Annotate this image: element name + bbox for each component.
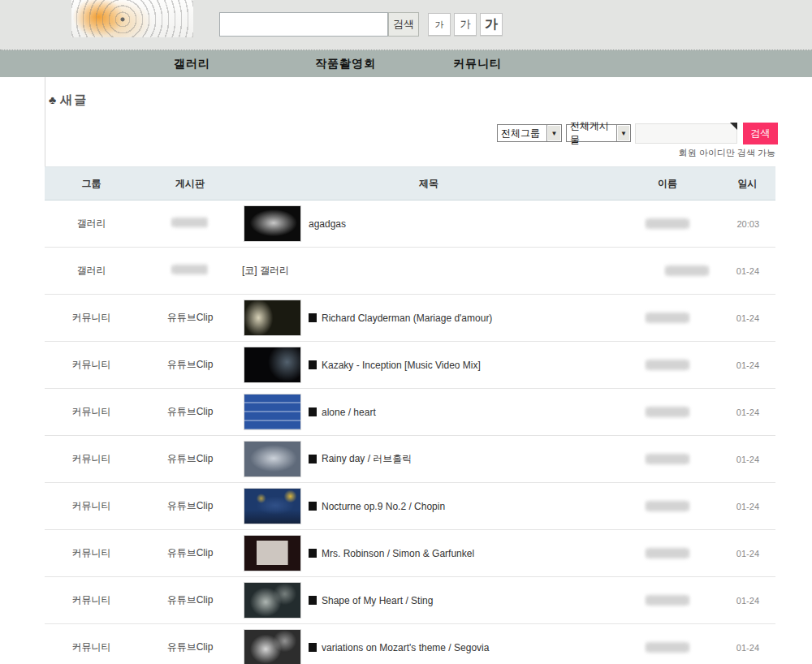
group-dropdown-value: 전체그룹 [501, 127, 540, 140]
row-author [615, 454, 719, 464]
row-date: 01-24 [719, 596, 775, 606]
header-board: 게시판 [138, 177, 242, 191]
site-logo[interactable] [71, 0, 193, 37]
post-thumbnail[interactable] [244, 535, 301, 571]
post-title-link[interactable]: Richard Clayderman (Mariage d'amour) [322, 313, 492, 324]
post-title-link[interactable]: Mrs. Robinson / Simon & Garfunkel [322, 548, 474, 559]
row-group: 커뮤니티 [45, 546, 138, 560]
row-title-cell: variations on Mozart's theme / Segovia [242, 629, 615, 664]
board-dropdown[interactable]: 전체게시물 ▼ [566, 124, 631, 142]
redacted-text [646, 642, 689, 653]
author-avatar [627, 249, 663, 293]
post-thumbnail[interactable] [244, 582, 301, 619]
redacted-text [172, 265, 208, 274]
row-author [615, 407, 719, 417]
row-group: 커뮤니티 [45, 499, 138, 513]
post-thumbnail[interactable] [244, 629, 301, 664]
row-title-cell: Shape of My Heart / Sting [242, 582, 615, 619]
group-dropdown[interactable]: 전체그룹 ▼ [497, 124, 562, 142]
row-group: 커뮤니티 [45, 452, 138, 466]
post-title-link[interactable]: [코] 갤러리 [242, 264, 289, 278]
table-row: 커뮤니티 유튜브Clip Nocturne op.9 No.2 / Chopin… [45, 483, 775, 530]
row-date: 20:03 [719, 219, 775, 229]
post-thumbnail[interactable] [244, 488, 301, 524]
row-group: 커뮤니티 [45, 593, 138, 607]
post-title-link[interactable]: Rainy day / 러브홀릭 [322, 452, 412, 466]
nav-item-photoshoot[interactable]: 작품촬영회 [315, 57, 376, 71]
table-row: 커뮤니티 유튜브Clip variations on Mozart's them… [45, 624, 775, 664]
post-title-link[interactable]: variations on Mozart's theme / Segovia [322, 642, 489, 653]
row-board: 유튜브Clip [138, 640, 242, 654]
table-row: 커뮤니티 유튜브Clip alone / heart 01-24 [45, 389, 775, 436]
row-author [615, 642, 719, 653]
row-board [138, 265, 242, 277]
row-board: 유튜브Clip [138, 546, 242, 560]
row-board: 유튜브Clip [138, 499, 242, 513]
post-title-link[interactable]: alone / heart [322, 407, 376, 418]
post-thumbnail[interactable] [244, 441, 301, 477]
row-title-cell: alone / heart [242, 394, 615, 430]
post-thumbnail[interactable] [244, 394, 301, 430]
row-author [615, 360, 719, 370]
row-title-cell: Kazaky - Inception [Music Video Mix] [242, 347, 615, 383]
redacted-text [646, 548, 689, 558]
post-thumbnail[interactable] [244, 205, 301, 242]
font-size-small-button[interactable]: 가 [428, 13, 451, 36]
redacted-text [646, 313, 689, 323]
row-title-cell: Mrs. Robinson / Simon & Garfunkel [242, 535, 615, 571]
table-row: 갤러리 agadgas 20:03 [45, 200, 775, 248]
nav-item-community[interactable]: 커뮤니티 [453, 57, 502, 71]
square-bullet-icon [309, 596, 317, 605]
row-author [615, 313, 719, 323]
row-date: 01-24 [719, 549, 775, 558]
table-row: 커뮤니티 유튜브Clip Rainy day / 러브홀릭 01-24 [45, 436, 775, 483]
filter-search-button[interactable]: 검색 [743, 123, 778, 144]
row-title-cell: Richard Clayderman (Mariage d'amour) [242, 300, 615, 336]
row-author [615, 249, 719, 293]
post-title-link[interactable]: Shape of My Heart / Sting [322, 595, 433, 606]
row-date: 01-24 [719, 313, 775, 323]
redacted-text [646, 595, 689, 606]
header-name: 이름 [615, 177, 719, 191]
font-size-large-button[interactable]: 가 [480, 13, 503, 36]
top-search-button[interactable]: 검색 [388, 12, 419, 37]
post-title-link[interactable]: Nocturne op.9 No.2 / Chopin [322, 501, 445, 512]
row-group: 갤러리 [45, 264, 138, 278]
table-row: 커뮤니티 유튜브Clip Kazaky - Inception [Music V… [45, 342, 775, 389]
font-size-controls: 가 가 가 [428, 13, 503, 36]
row-date: 01-24 [719, 407, 775, 417]
row-date: 01-24 [719, 266, 775, 276]
row-group: 커뮤니티 [45, 640, 138, 654]
input-corner-mark [730, 123, 737, 130]
square-bullet-icon [309, 643, 317, 652]
nav-item-gallery[interactable]: 갤러리 [174, 57, 210, 71]
table-header-row: 그룹 게시판 제목 이름 일시 [45, 166, 775, 200]
redacted-text [172, 218, 208, 227]
search-hint-text: 회원 아이디만 검색 가능 [613, 147, 775, 159]
header-title: 제목 [242, 177, 615, 191]
redacted-text [646, 218, 689, 229]
square-bullet-icon [309, 407, 317, 416]
row-title-cell: agadgas [242, 205, 615, 242]
post-title-link[interactable]: agadgas [309, 218, 346, 230]
row-group: 커뮤니티 [45, 358, 138, 372]
redacted-text [646, 360, 689, 370]
keyword-search-input[interactable] [635, 123, 737, 144]
main-nav: 갤러리 작품촬영회 커뮤니티 [0, 50, 812, 77]
row-board: 유튜브Clip [138, 358, 242, 372]
chevron-down-icon: ▼ [546, 125, 561, 141]
row-board: 유튜브Clip [138, 405, 242, 419]
post-thumbnail[interactable] [244, 347, 301, 383]
redacted-text [646, 454, 689, 464]
row-author [615, 548, 719, 558]
table-row: 커뮤니티 유튜브Clip Richard Clayderman (Mariage… [45, 295, 775, 342]
redacted-text [666, 265, 708, 276]
post-thumbnail[interactable] [244, 300, 301, 336]
top-search-input[interactable] [219, 12, 388, 37]
header-group: 그룹 [45, 177, 138, 191]
row-group: 커뮤니티 [45, 311, 138, 325]
font-size-medium-button[interactable]: 가 [454, 13, 477, 36]
post-title-link[interactable]: Kazaky - Inception [Music Video Mix] [322, 360, 481, 371]
row-date: 01-24 [719, 455, 775, 464]
table-body: 갤러리 agadgas 20:03 갤러리 [코] 갤러리 01-24 커뮤니티… [45, 200, 775, 664]
